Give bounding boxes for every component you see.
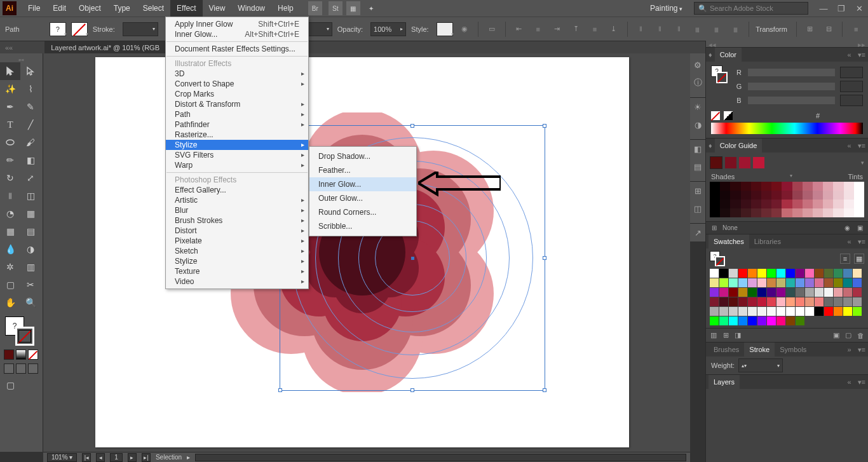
libraries-tab[interactable]: Libraries (749, 234, 786, 248)
stock-icon[interactable]: St (329, 1, 342, 15)
selection-tool[interactable] (0, 62, 20, 80)
brushes-tab[interactable]: Brushes (709, 343, 744, 357)
stylize-scribble[interactable]: Scribble... (309, 219, 416, 233)
stroke-swatch[interactable] (15, 327, 34, 346)
effect-stylize-ps[interactable]: Stylize (166, 256, 308, 266)
fill-color[interactable]: ?▾ (50, 22, 66, 36)
artboard-tool[interactable]: ▢ (0, 276, 20, 294)
last-effect-options[interactable]: Inner Glow...Alt+Shift+Ctrl+E (166, 29, 308, 39)
first-artboard[interactable]: |◂ (82, 453, 91, 462)
layers-tab[interactable]: Layers (709, 375, 740, 389)
arrange-docs-icon[interactable]: ▦ (346, 1, 360, 15)
pathfinder-icon[interactable]: ◫ (690, 200, 705, 217)
r-value[interactable] (840, 67, 863, 78)
align-left-icon[interactable]: ⇤ (512, 22, 526, 37)
effect-artistic[interactable]: Artistic (166, 195, 308, 205)
align-right-icon[interactable]: ⇥ (550, 22, 564, 37)
graph-tool[interactable]: ▥ (20, 258, 41, 276)
line-tool[interactable]: ╱ (20, 116, 41, 133)
dist-top-icon[interactable]: ⫴ (634, 22, 648, 37)
info-icon[interactable]: ⓘ (690, 74, 705, 92)
gradient-mode[interactable] (16, 350, 26, 360)
properties-icon[interactable]: ⚙ (690, 56, 705, 74)
dist-left-icon[interactable]: ⫼ (691, 22, 705, 37)
zoom-tool[interactable]: 🔍 (20, 294, 41, 311)
effect-video[interactable]: Video (166, 276, 308, 287)
b-slider[interactable] (748, 97, 835, 104)
mesh-tool[interactable]: ▦ (0, 222, 20, 240)
effect-3d[interactable]: 3D (166, 69, 308, 79)
guide-menu-icon[interactable]: ▾≡ (855, 142, 868, 150)
maximize-button[interactable]: ❐ (832, 2, 850, 15)
curvature-tool[interactable]: ✎ (20, 98, 41, 116)
pencil-tool[interactable]: ✏ (0, 151, 20, 169)
effect-distort-transform[interactable]: Distort & Transform (166, 99, 308, 109)
draw-inside[interactable] (28, 363, 38, 374)
appearance-icon[interactable]: ☀ (690, 98, 705, 116)
workspace-switcher[interactable]: Painting (645, 4, 688, 13)
effect-path[interactable]: Path (166, 109, 308, 119)
menu-file[interactable]: File (22, 0, 46, 17)
close-button[interactable]: ✕ (850, 2, 868, 15)
swatches-tab[interactable]: Swatches (709, 234, 749, 248)
base-color[interactable] (710, 156, 722, 169)
menu-edit[interactable]: Edit (46, 0, 72, 17)
perspective-tool[interactable]: ▦ (20, 205, 41, 222)
effect-cropmarks[interactable]: Crop Marks (166, 89, 308, 99)
eyedropper-tool[interactable]: 💧 (0, 240, 20, 258)
scroll-horizontal[interactable] (195, 454, 686, 461)
blend-tool[interactable]: ◑ (20, 240, 41, 258)
edit-icon[interactable]: ⊟ (822, 22, 836, 37)
swatch-opts-icon[interactable]: ◨ (733, 330, 743, 341)
layers-menu-icon[interactable]: ▾≡ (855, 378, 868, 386)
effect-svg-filters[interactable]: SVG Filters (166, 150, 308, 160)
swatch-grid[interactable] (710, 269, 864, 325)
scale-tool[interactable]: ⤢ (20, 169, 41, 187)
direct-select-tool[interactable] (20, 62, 41, 80)
menu-effect[interactable]: Effect (170, 0, 202, 17)
graphic-styles-icon[interactable]: ◑ (690, 116, 705, 133)
r-slider[interactable] (748, 69, 835, 76)
minimize-button[interactable]: — (815, 2, 832, 15)
raster-settings[interactable]: Document Raster Effects Settings... (166, 44, 308, 54)
last-artboard[interactable]: ▸| (142, 453, 151, 462)
effect-blur[interactable]: Blur (166, 205, 308, 215)
color-proxy[interactable]: ? (3, 315, 40, 346)
new-group-icon[interactable]: ▣ (831, 330, 841, 341)
next-artboard[interactable]: ▸ (128, 453, 137, 462)
status-play-icon[interactable]: ▸ (187, 454, 190, 461)
screen-mode[interactable]: ▢ (0, 376, 20, 394)
effect-stylize[interactable]: Stylize (166, 140, 308, 150)
free-transform-tool[interactable]: ◫ (20, 187, 41, 205)
shape-builder-tool[interactable]: ◔ (0, 205, 20, 222)
opacity-field[interactable]: 100%▸ (370, 22, 406, 36)
effect-brushstrokes[interactable]: Brush Strokes (166, 215, 308, 226)
rectangle-tool[interactable] (0, 133, 20, 151)
stroke-tab[interactable]: Stroke (744, 343, 775, 357)
dist-right-icon[interactable]: ⫼ (728, 22, 742, 37)
align-hcenter-icon[interactable]: ≡ (531, 22, 545, 37)
new-swatch-icon[interactable]: ▢ (843, 330, 853, 341)
document-tab[interactable]: Layered artwork.ai* @ 101% (RGB (44, 41, 166, 54)
menu-select[interactable]: Select (137, 0, 170, 17)
stroke-color[interactable]: ▾ (71, 22, 88, 36)
options-menu-icon[interactable]: ≡ (849, 22, 863, 37)
recolor-icon[interactable]: ◉ (458, 22, 472, 37)
menu-view[interactable]: View (203, 0, 232, 17)
symbol-sprayer-tool[interactable]: ✲ (0, 258, 20, 276)
color-menu-icon[interactable]: ▾≡ (855, 51, 868, 59)
gradient-icon[interactable]: ▤ (690, 158, 705, 175)
weight-field[interactable]: ▴▾▾ (738, 358, 783, 372)
gpu-icon[interactable]: ✦ (364, 1, 378, 15)
swatch-list-icon[interactable]: ≡ (840, 254, 850, 264)
stroke-menu-icon[interactable]: ▾≡ (855, 346, 868, 354)
swatch-menu2-icon[interactable]: ⊞ (721, 330, 731, 341)
bridge-icon[interactable]: Br (308, 1, 322, 15)
pen-tool[interactable]: ✒ (0, 98, 20, 116)
edit-colors-icon[interactable]: ◉ (843, 224, 851, 233)
align-icon[interactable]: ⊞ (690, 182, 705, 200)
effect-warp[interactable]: Warp (166, 160, 308, 170)
color-tab[interactable]: Color (715, 48, 742, 62)
dist-bottom-icon[interactable]: ⫴ (672, 22, 686, 37)
asset-export-icon[interactable]: ↗ (690, 224, 705, 241)
